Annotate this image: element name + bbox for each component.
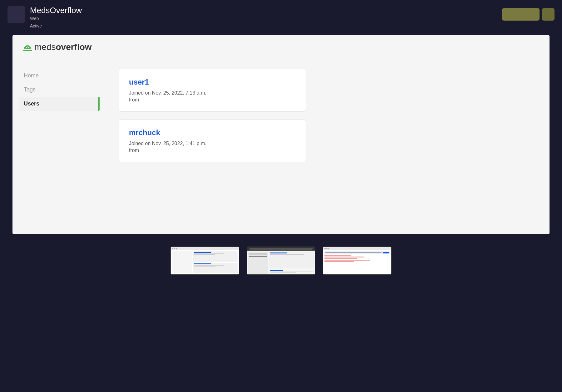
app-platform: Web [30,16,82,21]
user1-name-link[interactable]: user1 [129,78,296,86]
site-content: Home Tags Users user1 Joined on Nov. 25,… [12,59,550,234]
svg-point-2 [27,47,28,48]
thumbnail-3-inner [323,247,391,274]
thumbnail-2-inner [247,247,315,274]
browser-window: medsoverflow Home Tags Users u [12,35,550,234]
app-title: MedsOverflow [30,6,82,15]
app-info: MedsOverflow Web Active [30,6,82,28]
svg-rect-0 [23,50,32,51]
mrchuck-from: from [129,148,296,153]
sidebar: Home Tags Users [12,59,106,234]
logo-icon [22,42,33,53]
user1-joined: Joined on Nov. 25, 2022, 7:13 a.m. [129,90,296,96]
main-content: user1 Joined on Nov. 25, 2022, 7:13 a.m.… [106,59,550,234]
app-status: Active [30,23,82,28]
app-icon [7,6,25,23]
logo-light-text: meds [34,42,56,52]
thumbnails-row [0,240,562,287]
top-bar-right [502,6,555,21]
thumbnail-1-inner [171,247,239,274]
thumbnail-2[interactable] [247,247,315,275]
mrchuck-name-link[interactable]: mrchuck [129,128,296,137]
top-bar: MedsOverflow Web Active [0,0,562,32]
user-card-1: user1 Joined on Nov. 25, 2022, 7:13 a.m.… [119,69,306,112]
user1-from: from [129,97,296,103]
sidebar-item-tags[interactable]: Tags [19,83,100,97]
svg-rect-1 [24,48,31,49]
top-bar-left: MedsOverflow Web Active [7,6,82,28]
user-card-2: mrchuck Joined on Nov. 25, 2022, 1:41 p.… [119,119,306,162]
sidebar-item-home[interactable]: Home [19,69,100,83]
sidebar-nav: Home Tags Users [19,69,100,111]
site-logo: medsoverflow [22,42,540,53]
secondary-action-button[interactable] [542,8,555,21]
thumbnail-3[interactable] [323,247,392,275]
sidebar-item-users[interactable]: Users [19,97,100,111]
logo-text: medsoverflow [34,42,92,52]
logo-bold-text: overflow [56,42,91,52]
site-header: medsoverflow [12,35,550,59]
primary-action-button[interactable] [502,8,540,21]
mrchuck-joined: Joined on Nov. 25, 2022, 1:41 p.m. [129,141,296,146]
thumbnail-1[interactable] [170,247,239,275]
